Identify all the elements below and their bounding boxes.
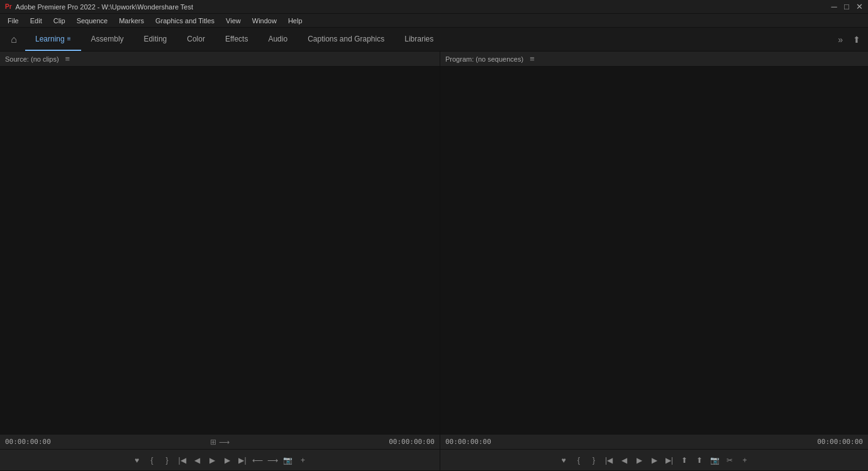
source-icon-1: ⊞ <box>210 438 216 446</box>
maximize-button[interactable]: □ <box>843 3 850 11</box>
right-panel: Program: (no sequences) ≡ 00:00:00:00 00… <box>440 52 868 471</box>
tab-audio[interactable]: Audio <box>258 28 298 51</box>
tab-learning[interactable]: Learning ≡ <box>25 28 81 51</box>
source-goto-out[interactable]: ▶| <box>237 455 248 466</box>
menu-window[interactable]: Window <box>247 16 282 26</box>
nav-tabs: Learning ≡ Assembly Editing Color Effect… <box>25 28 833 51</box>
program-timecode-left: 00:00:00:00 <box>445 438 491 446</box>
menu-edit[interactable]: Edit <box>25 16 47 26</box>
source-icon-2: ⟶ <box>219 438 230 446</box>
main-layout: Source: (no clips) ≡ 00:00:00:00 ⊞ ⟶ 00:… <box>0 52 868 471</box>
titlebar: Pr Adobe Premiere Pro 2022 - W:\Upwork\W… <box>0 0 868 14</box>
source-export-frame[interactable]: 📷 <box>282 455 294 466</box>
titlebar-title: Adobe Premiere Pro 2022 - W:\Upwork\Wond… <box>16 3 193 11</box>
program-in-point[interactable]: { <box>573 455 584 466</box>
menu-view[interactable]: View <box>221 16 246 26</box>
navbar: ⌂ Learning ≡ Assembly Editing Color Effe… <box>0 28 868 52</box>
source-overwrite[interactable]: ⟶ <box>267 455 279 466</box>
tab-libraries[interactable]: Libraries <box>394 28 443 51</box>
left-panel: Source: (no clips) ≡ 00:00:00:00 ⊞ ⟶ 00:… <box>0 52 440 471</box>
program-goto-out[interactable]: ▶| <box>664 455 675 466</box>
source-monitor-content <box>0 67 440 434</box>
menu-graphics-titles[interactable]: Graphics and Titles <box>150 16 220 26</box>
tab-color[interactable]: Color <box>177 28 215 51</box>
program-trim[interactable]: ✂ <box>724 455 735 466</box>
tab-assembly[interactable]: Assembly <box>81 28 134 51</box>
program-monitor-content <box>440 67 868 434</box>
program-monitor-title: Program: (no sequences) <box>445 55 523 63</box>
source-add-marker[interactable]: ♥ <box>131 455 143 466</box>
nav-more-button[interactable]: » <box>833 35 848 45</box>
program-extract[interactable]: ⬆ <box>694 455 705 466</box>
program-export-frame[interactable]: 📷 <box>709 455 720 466</box>
program-monitor-header: Program: (no sequences) ≡ <box>440 52 868 67</box>
menu-markers[interactable]: Markers <box>114 16 149 26</box>
source-add[interactable]: + <box>298 455 309 466</box>
source-controls-row: ♥ { } |◀ ◀ ▶ ▶ ▶| ⟵ ⟶ 📷 + <box>0 449 440 470</box>
program-out-point[interactable]: } <box>588 455 599 466</box>
source-insert[interactable]: ⟵ <box>252 455 264 466</box>
minimize-button[interactable]: ─ <box>830 3 838 11</box>
tab-effects[interactable]: Effects <box>215 28 258 51</box>
source-step-fwd[interactable]: ▶ <box>222 455 233 466</box>
source-transport-mini: ⊞ ⟶ <box>210 438 230 446</box>
program-monitor-menu[interactable]: ≡ <box>530 54 535 64</box>
tab-learning-icon: ≡ <box>67 35 71 42</box>
source-monitor-title: Source: (no clips) <box>5 55 59 63</box>
program-controls-row: ♥ { } |◀ ◀ ▶ ▶ ▶| ⬆ ⬆ 📷 ✂ + <box>440 449 868 470</box>
source-goto-in[interactable]: |◀ <box>177 455 188 466</box>
program-add-marker[interactable]: ♥ <box>558 455 569 466</box>
program-add[interactable]: + <box>739 455 750 466</box>
menu-file[interactable]: File <box>3 16 24 26</box>
source-play[interactable]: ▶ <box>207 455 218 466</box>
program-play[interactable]: ▶ <box>633 455 645 466</box>
tab-captions-graphics[interactable]: Captions and Graphics <box>298 28 394 51</box>
menubar: File Edit Clip Sequence Markers Graphics… <box>0 14 868 28</box>
source-timecode-right: 00:00:00:00 <box>389 438 435 446</box>
source-out-point[interactable]: } <box>162 455 173 466</box>
program-lift[interactable]: ⬆ <box>679 455 690 466</box>
program-timecode-right: 00:00:00:00 <box>817 438 863 446</box>
titlebar-controls[interactable]: ─ □ ✕ <box>830 3 863 11</box>
program-timecode-bar: 00:00:00:00 00:00:00:00 <box>440 434 868 449</box>
source-step-back[interactable]: ◀ <box>192 455 203 466</box>
titlebar-left: Pr Adobe Premiere Pro 2022 - W:\Upwork\W… <box>5 3 193 11</box>
source-monitor-menu[interactable]: ≡ <box>65 54 70 64</box>
source-timecode-left: 00:00:00:00 <box>5 438 51 446</box>
menu-clip[interactable]: Clip <box>48 16 70 26</box>
nav-export-button[interactable]: ⬆ <box>848 35 865 45</box>
source-monitor-header: Source: (no clips) ≡ <box>0 52 440 67</box>
close-button[interactable]: ✕ <box>855 3 863 11</box>
adobe-logo: Pr <box>5 3 12 10</box>
tab-editing[interactable]: Editing <box>134 28 177 51</box>
program-step-fwd[interactable]: ▶ <box>648 455 660 466</box>
source-timecode-bar: 00:00:00:00 ⊞ ⟶ 00:00:00:00 <box>0 434 440 449</box>
program-goto-in[interactable]: |◀ <box>603 455 615 466</box>
source-in-point[interactable]: { <box>147 455 158 466</box>
source-monitor: Source: (no clips) ≡ 00:00:00:00 ⊞ ⟶ 00:… <box>0 52 440 471</box>
home-button[interactable]: ⌂ <box>3 28 25 52</box>
program-monitor: Program: (no sequences) ≡ 00:00:00:00 00… <box>440 52 868 471</box>
menu-sequence[interactable]: Sequence <box>72 16 113 26</box>
program-step-back[interactable]: ◀ <box>618 455 630 466</box>
menu-help[interactable]: Help <box>283 16 308 26</box>
